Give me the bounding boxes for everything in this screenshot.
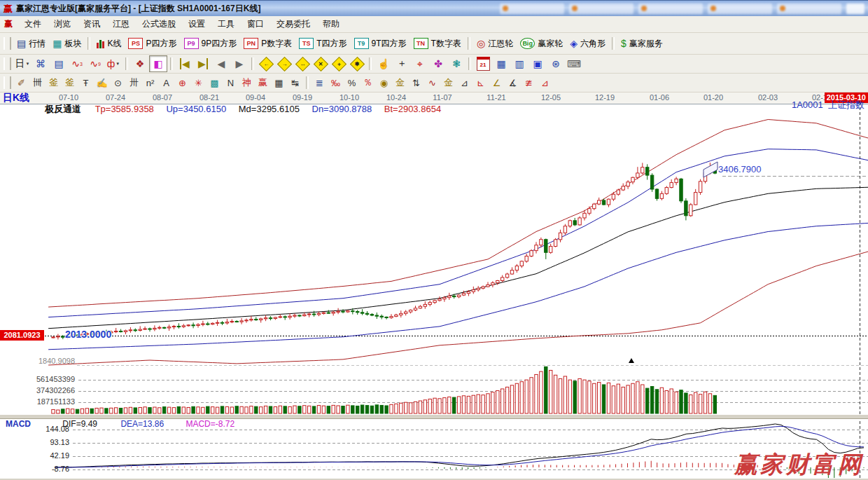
toolbar-item-t-table[interactable]: TNT数字表 [410,36,465,51]
calculator-button[interactable]: ▦ [492,55,510,72]
span-tool-button[interactable]: ↹ [287,75,303,90]
toolbar-item-t-square[interactable]: TST四方形 [295,36,350,51]
last-page-button[interactable]: ▶ [194,55,212,72]
menu-item-7[interactable]: 窗口 [241,18,270,30]
indicator-panel-button[interactable]: ◧ [149,55,167,72]
updown-tool-button[interactable]: ⇅ [408,75,424,90]
toolbar-item-winner-service[interactable]: $赢家服务 [617,36,666,51]
t-ruler-button[interactable]: Ŧ [78,75,94,90]
titlebar-tab-blurred[interactable] [569,4,634,14]
knife-line-button[interactable]: ✐ [13,75,29,90]
gold-ruler-1-button[interactable]: 釜 [46,75,62,90]
channel-tool-button[interactable]: ❖ [131,55,149,72]
x-lines-button[interactable]: ≇ [521,75,537,90]
hand-pan-button[interactable]: ☝ [374,55,393,72]
memo-button[interactable]: ▥ [510,55,528,72]
toolbar-grip[interactable] [4,57,11,70]
gold-section-2-button[interactable]: 金 [440,75,456,90]
angle-a-button[interactable]: A [158,75,174,90]
smart-tool-button[interactable]: ❃ [447,55,465,72]
levels-icon: ≣ [316,78,323,88]
titlebar-tab-blurred[interactable] [708,4,772,14]
step-9-button[interactable]: ∿9 [86,55,104,72]
n-wave-button[interactable]: Ν [223,75,239,90]
f10-report-button[interactable]: ▤ [50,55,68,72]
target-1-button[interactable]: ⊕ [174,75,190,90]
wave-tool-icon: ∿ [428,78,436,88]
win-tool-button[interactable]: 赢 [255,75,271,90]
gold-ruler-2-button[interactable]: 釜 [62,75,78,90]
shift-left-button[interactable]: ← [257,55,275,72]
save-button[interactable]: ▣ [528,55,547,72]
net-button[interactable]: ▩ [206,75,223,90]
gold-angle-button[interactable]: ∠ [489,75,505,90]
menu-item-1[interactable]: 浏览 [48,18,77,30]
period-day-button[interactable]: 日▼ [13,55,31,72]
menu-item-9[interactable]: 帮助 [316,18,346,30]
expand-horizontal-button[interactable]: ↔ [293,55,312,72]
pen-button[interactable]: ✍ [94,75,110,90]
gold-section-button[interactable]: 金 [392,75,408,90]
number-grid-button[interactable]: ▦ [271,75,287,90]
next-bar-button[interactable]: ▶ [230,55,248,72]
calendar-button[interactable]: 21 [474,55,492,72]
square-of-nine-button[interactable]: n² [142,75,158,90]
target-2-button[interactable]: ✳ [190,75,206,90]
menu-item-4[interactable]: 公式选股 [136,18,182,30]
first-page-button[interactable]: ◀ [176,55,194,72]
percent-button[interactable]: % [344,75,360,90]
zoom-tool-button[interactable]: ⌖ [411,55,429,72]
menu-item-2[interactable]: 资讯 [77,18,106,30]
angle-2-button[interactable]: ∡ [505,75,521,90]
percent-red-button[interactable]: ％ [360,75,376,90]
toolbar-item-sectors[interactable]: ▦板块 [49,36,85,51]
wave-tool-button[interactable]: ∿ [424,75,440,90]
toolbar-grip[interactable] [4,37,11,50]
print-button[interactable]: ⌨ [565,55,583,72]
menu-item-6[interactable]: 工具 [211,18,241,30]
toolbar-item-9p-square[interactable]: P99P四方形 [181,36,241,51]
step-3-button[interactable]: ∿3 [68,55,86,72]
toolbar-item-p-table[interactable]: PNP数字表 [240,36,295,51]
j-angle-button[interactable]: ⊿ [456,75,472,90]
levels-button[interactable]: ≣ [312,75,328,90]
candle-style-button[interactable]: ф▼ [104,55,122,72]
crosshair-button[interactable]: ＋ [393,55,411,72]
four-angle-button[interactable]: ⊿ [537,75,553,90]
web-sync-button[interactable]: ⊛ [547,55,565,72]
toolbar-item-kline[interactable]: K线 [93,36,125,51]
toolbar-item-quotes[interactable]: ▤行情 [13,36,49,51]
titlebar-button-blurred[interactable] [846,4,864,14]
toolbar-item-winner-wheel[interactable]: Big赢家轮 [517,36,566,51]
time-grid-button[interactable]: 卌 [29,75,46,90]
toolbar-item-p-square[interactable]: PSP四方形 [125,36,180,51]
bar-grid-button[interactable]: 卅 [126,75,142,90]
toolbar-label: 9T四方形 [372,38,407,50]
toolbar-item-hexagon[interactable]: ◈六角形 [566,36,609,51]
gann-net-button[interactable]: ✤ [429,55,447,72]
f-angle-button[interactable]: ⊾ [472,75,489,90]
shen-tool-button[interactable]: 神 [239,75,255,90]
titlebar-tab-blurred[interactable] [500,4,564,14]
titlebar-tab-blurred[interactable] [777,4,841,14]
prev-bar-button[interactable]: ◀ [212,55,230,72]
permille-button[interactable]: ‰ [328,75,344,90]
star-diamond-button[interactable]: ✱ [348,55,366,72]
menu-item-3[interactable]: 江恩 [106,18,136,30]
zoom-in-diamond-button[interactable]: ＋ [330,55,348,72]
menu-item-5[interactable]: 设置 [182,18,211,30]
toolbar-label: 赢家轮 [538,38,563,50]
menu-item-0[interactable]: 文件 [18,18,48,30]
knot-button[interactable]: ⌘ [31,55,50,72]
menu-item-8[interactable]: 交易委托 [270,18,316,30]
shift-right-button[interactable]: → [275,55,293,72]
compress-button[interactable]: ✕ [312,55,330,72]
gann-wheel-icon: ◎ [477,39,485,48]
toolbar-item-9t-square[interactable]: T99T四方形 [351,36,410,51]
toolbar-grip[interactable] [4,76,11,89]
gold-circle-button[interactable]: ◉ [376,75,392,90]
toolbar-item-gann-wheel[interactable]: ◎江恩轮 [473,36,517,51]
circle-tool-button[interactable]: ⊙ [110,75,126,90]
titlebar-tab-blurred[interactable] [638,4,703,14]
pane-divider[interactable] [0,414,868,419]
